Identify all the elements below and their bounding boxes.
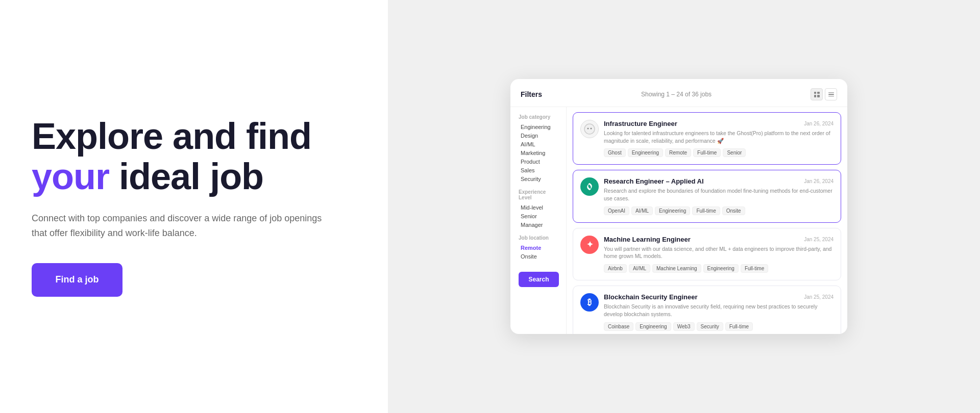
- job-info-infrastructure: Infrastructure Engineer Jan 26, 2024 Loo…: [604, 120, 834, 157]
- job-category-title: Job category: [519, 114, 559, 120]
- tag-aiml: AI/ML: [629, 264, 650, 273]
- job-card-header: Infrastructure Engineer Jan 26, 2024 Loo…: [580, 120, 834, 157]
- job-date: Jan 26, 2024: [804, 178, 834, 184]
- filter-sales[interactable]: Sales: [519, 167, 559, 173]
- job-description: Looking for talented infrastructure engi…: [604, 130, 834, 144]
- filter-mid-level[interactable]: Mid-level: [519, 204, 559, 211]
- job-description: Research and explore the boundaries of f…: [604, 187, 834, 202]
- tag-fulltime: Full-time: [692, 206, 720, 215]
- tag-engineering: Engineering: [655, 206, 690, 215]
- job-card-infrastructure-engineer[interactable]: Infrastructure Engineer Jan 26, 2024 Loo…: [573, 112, 841, 165]
- tag-openai: OpenAI: [604, 206, 629, 215]
- tag-coinbase: Coinbase: [604, 322, 633, 331]
- job-title: Research Engineer – Applied AI: [604, 177, 704, 185]
- tag-fulltime: Full-time: [741, 264, 768, 273]
- svg-point-1: [587, 128, 589, 130]
- tag-ml: Machine Learning: [652, 264, 701, 273]
- job-title: Blockchain Security Engineer: [604, 293, 698, 301]
- filter-manager[interactable]: Manager: [519, 222, 559, 228]
- app-body: Job category Engineering Design AI/ML Ma…: [510, 107, 847, 334]
- filter-design[interactable]: Design: [519, 133, 559, 139]
- airbnb-logo: ✦: [580, 236, 599, 254]
- job-listings: Infrastructure Engineer Jan 26, 2024 Loo…: [567, 107, 847, 334]
- tag-web3: Web3: [673, 322, 695, 331]
- filter-senior[interactable]: Senior: [519, 213, 559, 219]
- filter-aiml[interactable]: AI/ML: [519, 141, 559, 147]
- hero-title-line2: ideal job: [119, 156, 263, 197]
- view-toggle: [811, 88, 837, 100]
- job-category-section: Job category Engineering Design AI/ML Ma…: [519, 114, 559, 182]
- filters-label: Filters: [521, 90, 542, 98]
- coinbase-logo: ₿: [580, 293, 599, 312]
- find-job-button[interactable]: Find a job: [32, 263, 122, 297]
- filter-onsite[interactable]: Onsite: [519, 253, 559, 260]
- list-icon: [828, 92, 834, 97]
- filter-marketing[interactable]: Marketing: [519, 150, 559, 156]
- grid-icon: [814, 92, 820, 97]
- hero-section: Explore and find your ideal job Connect …: [0, 0, 388, 413]
- tag-security: Security: [697, 322, 723, 331]
- job-card-blockchain-engineer[interactable]: ₿ Blockchain Security Engineer Jan 25, 2…: [573, 286, 841, 334]
- job-info-blockchain: Blockchain Security Engineer Jan 25, 202…: [604, 293, 834, 330]
- tag-ghost: Ghost: [604, 148, 626, 157]
- svg-point-2: [591, 128, 592, 130]
- job-card-header: Research Engineer – Applied AI Jan 26, 2…: [580, 177, 834, 215]
- job-title: Infrastructure Engineer: [604, 120, 677, 127]
- job-title-row: Blockchain Security Engineer Jan 25, 202…: [604, 293, 834, 301]
- job-tags: Coinbase Engineering Web3 Security Full-…: [604, 322, 834, 331]
- filter-engineering[interactable]: Engineering: [519, 124, 559, 130]
- tag-fulltime: Full-time: [693, 148, 721, 157]
- job-date: Jan 26, 2024: [804, 121, 834, 126]
- job-info-ml: Machine Learning Engineer Jan 25, 2024 Y…: [604, 236, 834, 273]
- hero-title: Explore and find your ideal job: [32, 116, 357, 197]
- job-date: Jan 25, 2024: [804, 237, 834, 242]
- job-card-header: ✦ Machine Learning Engineer Jan 25, 2024…: [580, 236, 834, 273]
- job-card-header: ₿ Blockchain Security Engineer Jan 25, 2…: [580, 293, 834, 330]
- job-card-ml-engineer[interactable]: ✦ Machine Learning Engineer Jan 25, 2024…: [573, 228, 841, 280]
- job-date: Jan 25, 2024: [804, 294, 834, 300]
- job-title: Machine Learning Engineer: [604, 236, 691, 243]
- list-view-button[interactable]: [825, 88, 837, 100]
- tag-remote: Remote: [665, 148, 691, 157]
- search-button[interactable]: Search: [519, 272, 559, 287]
- tag-aiml: AI/ML: [631, 206, 653, 215]
- job-location-section: Job location Remote Onsite: [519, 235, 559, 260]
- job-tags: OpenAI AI/ML Engineering Full-time Onsit…: [604, 206, 834, 215]
- app-window: Filters Showing 1 – 24 of 36 jobs: [510, 79, 847, 334]
- app-header: Filters Showing 1 – 24 of 36 jobs: [510, 79, 847, 107]
- hero-subtitle: Connect with top companies and discover …: [32, 211, 328, 241]
- job-location-title: Job location: [519, 235, 559, 241]
- hero-title-line1: Explore and find: [32, 116, 311, 157]
- job-tags: Ghost Engineering Remote Full-time Senio…: [604, 148, 834, 157]
- filter-remote[interactable]: Remote: [519, 245, 559, 251]
- job-tags: Airbnb AI/ML Machine Learning Engineerin…: [604, 264, 834, 273]
- showing-text: Showing 1 – 24 of 36 jobs: [641, 91, 712, 98]
- tag-engineering: Engineering: [635, 322, 671, 331]
- tag-airbnb: Airbnb: [604, 264, 627, 273]
- tag-engineering: Engineering: [628, 148, 663, 157]
- job-title-row: Research Engineer – Applied AI Jan 26, 2…: [604, 177, 834, 185]
- filter-product[interactable]: Product: [519, 159, 559, 165]
- tag-onsite: Onsite: [722, 206, 745, 215]
- tag-fulltime: Full-time: [725, 322, 753, 331]
- job-title-row: Infrastructure Engineer Jan 26, 2024: [604, 120, 834, 127]
- job-info-research: Research Engineer – Applied AI Jan 26, 2…: [604, 177, 834, 215]
- experience-level-section: Experience Level Mid-level Senior Manage…: [519, 189, 559, 228]
- sidebar-filters: Job category Engineering Design AI/ML Ma…: [510, 107, 567, 334]
- hero-title-highlight: your: [32, 156, 109, 197]
- job-title-row: Machine Learning Engineer Jan 25, 2024: [604, 236, 834, 243]
- svg-point-0: [584, 124, 595, 134]
- right-section: Filters Showing 1 – 24 of 36 jobs: [388, 0, 980, 413]
- tag-engineering: Engineering: [703, 264, 739, 273]
- ghost-logo: [580, 120, 599, 138]
- filter-security[interactable]: Security: [519, 176, 559, 182]
- grid-view-button[interactable]: [811, 88, 823, 100]
- job-description: You will partner with our data science, …: [604, 245, 834, 260]
- tag-senior: Senior: [723, 148, 746, 157]
- job-card-research-engineer[interactable]: Research Engineer – Applied AI Jan 26, 2…: [573, 170, 841, 222]
- openai-logo: [580, 177, 599, 196]
- job-description: Blockchain Security is an innovative sec…: [604, 303, 834, 318]
- experience-level-title: Experience Level: [519, 189, 559, 200]
